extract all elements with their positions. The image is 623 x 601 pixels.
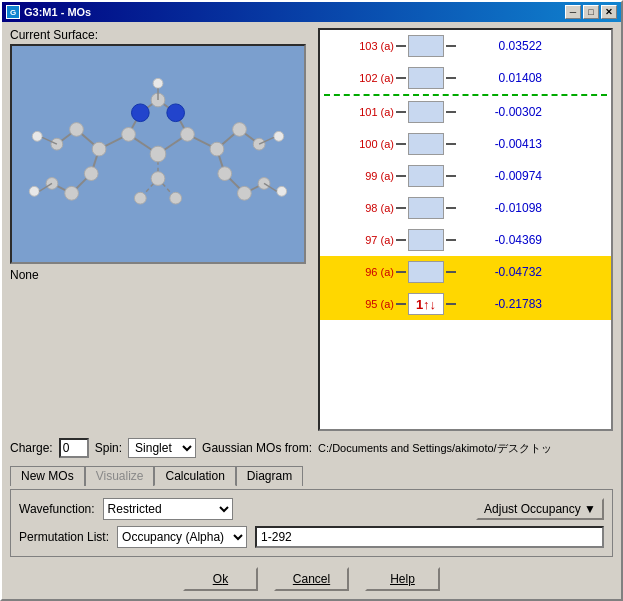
tab-visualize: Visualize	[85, 466, 155, 486]
tab-diagram[interactable]: Diagram	[236, 466, 303, 486]
svg-point-45	[29, 186, 39, 196]
mo-orbital-box-97[interactable]	[408, 229, 444, 251]
mo-energy-99: -0.00974	[462, 169, 542, 183]
adjust-occupancy-button[interactable]: Adjust Occupancy ▼	[476, 498, 604, 520]
mo-energy-102: 0.01408	[462, 71, 542, 85]
mo-line-right-97	[446, 239, 456, 241]
wavefunction-select[interactable]: Restricted Unrestricted Restricted Open	[103, 498, 233, 520]
svg-point-33	[218, 167, 232, 181]
svg-point-28	[70, 123, 84, 137]
mo-label-95: 95 (a)	[324, 298, 394, 310]
mo-orbital-box-100[interactable]	[408, 133, 444, 155]
window-title: G3:M1 - MOs	[24, 6, 91, 18]
svg-point-32	[84, 167, 98, 181]
mo-list-panel[interactable]: 103 (a)0.03522102 (a)0.01408101 (a)-0.00…	[318, 28, 613, 431]
help-button[interactable]: Help	[365, 567, 440, 591]
mo-energy-101: -0.00302	[462, 105, 542, 119]
svg-point-44	[274, 131, 284, 141]
tab-calculation[interactable]: Calculation	[154, 466, 235, 486]
wavefunction-label: Wavefunction:	[19, 502, 95, 516]
charge-input[interactable]	[59, 438, 89, 458]
mo-energy-96: -0.04732	[462, 265, 542, 279]
mo-line-left-96	[396, 271, 406, 273]
occupancy-select[interactable]: Occupancy (Alpha) Occupancy (Beta)	[117, 526, 247, 548]
wavefunction-row: Wavefunction: Restricted Unrestricted Re…	[19, 498, 604, 520]
mo-line-left-99	[396, 175, 406, 177]
svg-point-26	[92, 142, 106, 156]
ok-label: Ok	[213, 572, 228, 586]
mo-orbital-box-95[interactable]: 1↑↓	[408, 293, 444, 315]
svg-point-31	[253, 138, 265, 150]
mo-line-left-95	[396, 303, 406, 305]
mo-row-100[interactable]: 100 (a)-0.00413	[320, 128, 611, 160]
svg-point-34	[65, 186, 79, 200]
charge-spin-row: Charge: Spin: Singlet Doublet Triplet Ga…	[10, 437, 613, 459]
electron-arrows-95: 1↑↓	[416, 297, 436, 312]
mo-line-left-100	[396, 143, 406, 145]
svg-point-42	[153, 78, 163, 88]
mo-row-98[interactable]: 98 (a)-0.01098	[320, 192, 611, 224]
mo-line-right-100	[446, 143, 456, 145]
none-label: None	[10, 268, 310, 282]
mo-label-100: 100 (a)	[324, 138, 394, 150]
svg-point-40	[134, 192, 146, 204]
mo-line-left-102	[396, 77, 406, 79]
title-bar: G G3:M1 - MOs ─ □ ✕	[2, 2, 621, 22]
mo-line-right-102	[446, 77, 456, 79]
cancel-button[interactable]: Cancel	[274, 567, 349, 591]
mo-row-96[interactable]: 96 (a)-0.04732	[320, 256, 611, 288]
main-window: G G3:M1 - MOs ─ □ ✕ Current Surface:	[0, 0, 623, 601]
mo-line-right-99	[446, 175, 456, 177]
mo-label-98: 98 (a)	[324, 202, 394, 214]
svg-point-25	[181, 127, 195, 141]
svg-point-24	[122, 127, 136, 141]
title-buttons: ─ □ ✕	[565, 5, 617, 19]
top-section: Current Surface:	[10, 28, 613, 431]
mo-line-right-103	[446, 45, 456, 47]
ok-button[interactable]: Ok	[183, 567, 258, 591]
mo-row-102[interactable]: 102 (a)0.01408	[320, 62, 611, 94]
mo-row-101[interactable]: 101 (a)-0.00302	[320, 96, 611, 128]
tab-new-mos[interactable]: New MOs	[10, 466, 85, 486]
mo-orbital-box-99[interactable]	[408, 165, 444, 187]
mo-line-right-95	[446, 303, 456, 305]
spin-select[interactable]: Singlet Doublet Triplet	[128, 438, 196, 458]
mo-energy-98: -0.01098	[462, 201, 542, 215]
mo-label-103: 103 (a)	[324, 40, 394, 52]
mo-orbital-box-96[interactable]	[408, 261, 444, 283]
mo-label-102: 102 (a)	[324, 72, 394, 84]
svg-point-36	[46, 178, 58, 190]
molecule-viewport[interactable]	[10, 44, 306, 264]
mo-orbital-box-98[interactable]	[408, 197, 444, 219]
mo-energy-100: -0.00413	[462, 137, 542, 151]
mo-orbital-box-103[interactable]	[408, 35, 444, 57]
mo-orbital-box-102[interactable]	[408, 67, 444, 89]
mo-row-103[interactable]: 103 (a)0.03522	[320, 30, 611, 62]
mo-line-right-98	[446, 207, 456, 209]
mo-row-99[interactable]: 99 (a)-0.00974	[320, 160, 611, 192]
spin-label: Spin:	[95, 441, 122, 455]
mo-row-95[interactable]: 95 (a)1↑↓-0.21783	[320, 288, 611, 320]
mo-row-97[interactable]: 97 (a)-0.04369	[320, 224, 611, 256]
gaussian-path: C:/Documents and Settings/akimoto/デスクトッ	[318, 441, 613, 456]
mo-orbital-box-101[interactable]	[408, 101, 444, 123]
permutation-input[interactable]	[255, 526, 604, 548]
help-label: Help	[390, 572, 415, 586]
window-icon: G	[6, 5, 20, 19]
mo-line-right-96	[446, 271, 456, 273]
minimize-button[interactable]: ─	[565, 5, 581, 19]
left-panel: Current Surface:	[10, 28, 310, 431]
svg-point-46	[277, 186, 287, 196]
svg-point-35	[238, 186, 252, 200]
svg-point-41	[170, 192, 182, 204]
cancel-label: Cancel	[293, 572, 330, 586]
mo-energy-97: -0.04369	[462, 233, 542, 247]
svg-point-22	[167, 104, 185, 122]
close-button[interactable]: ✕	[601, 5, 617, 19]
maximize-button[interactable]: □	[583, 5, 599, 19]
permutation-label: Permutation List:	[19, 530, 109, 544]
tabs-row: New MOs Visualize Calculation Diagram	[10, 465, 613, 485]
svg-point-43	[32, 131, 42, 141]
current-surface-label: Current Surface:	[10, 28, 310, 42]
mo-line-left-103	[396, 45, 406, 47]
